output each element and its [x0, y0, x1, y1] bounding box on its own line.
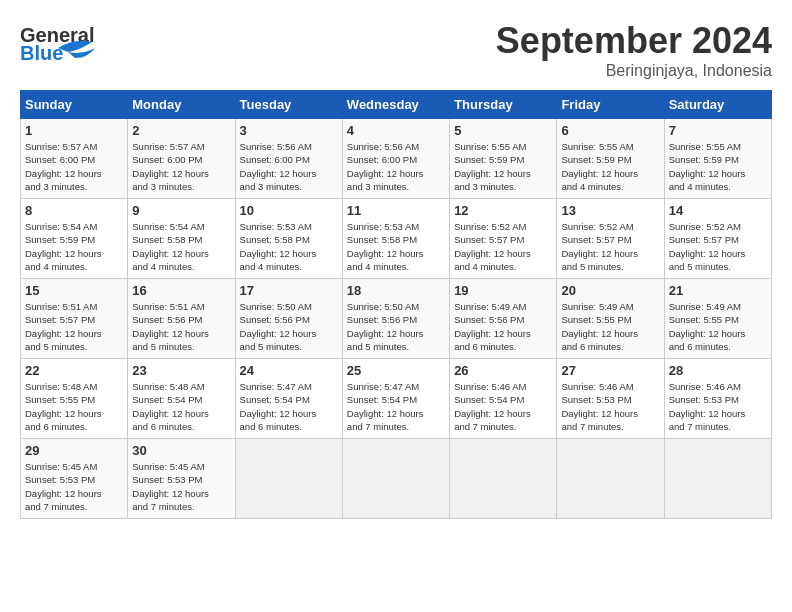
calendar-cell: 19Sunrise: 5:49 AM Sunset: 5:56 PM Dayli…	[450, 279, 557, 359]
day-number: 30	[132, 443, 230, 458]
calendar-cell: 15Sunrise: 5:51 AM Sunset: 5:57 PM Dayli…	[21, 279, 128, 359]
location-title: Beringinjaya, Indonesia	[496, 62, 772, 80]
calendar-cell	[342, 439, 449, 519]
day-number: 8	[25, 203, 123, 218]
day-info: Sunrise: 5:57 AM Sunset: 6:00 PM Dayligh…	[132, 140, 230, 193]
day-info: Sunrise: 5:53 AM Sunset: 5:58 PM Dayligh…	[240, 220, 338, 273]
calendar-cell: 9Sunrise: 5:54 AM Sunset: 5:58 PM Daylig…	[128, 199, 235, 279]
day-info: Sunrise: 5:55 AM Sunset: 5:59 PM Dayligh…	[561, 140, 659, 193]
day-info: Sunrise: 5:50 AM Sunset: 5:56 PM Dayligh…	[347, 300, 445, 353]
day-number: 11	[347, 203, 445, 218]
calendar-cell: 23Sunrise: 5:48 AM Sunset: 5:54 PM Dayli…	[128, 359, 235, 439]
day-info: Sunrise: 5:55 AM Sunset: 5:59 PM Dayligh…	[454, 140, 552, 193]
calendar-cell: 17Sunrise: 5:50 AM Sunset: 5:56 PM Dayli…	[235, 279, 342, 359]
week-row-3: 15Sunrise: 5:51 AM Sunset: 5:57 PM Dayli…	[21, 279, 772, 359]
header-cell-saturday: Saturday	[664, 91, 771, 119]
day-number: 29	[25, 443, 123, 458]
calendar-cell: 1Sunrise: 5:57 AM Sunset: 6:00 PM Daylig…	[21, 119, 128, 199]
day-info: Sunrise: 5:45 AM Sunset: 5:53 PM Dayligh…	[25, 460, 123, 513]
calendar-cell: 30Sunrise: 5:45 AM Sunset: 5:53 PM Dayli…	[128, 439, 235, 519]
day-info: Sunrise: 5:45 AM Sunset: 5:53 PM Dayligh…	[132, 460, 230, 513]
day-info: Sunrise: 5:49 AM Sunset: 5:55 PM Dayligh…	[669, 300, 767, 353]
day-info: Sunrise: 5:46 AM Sunset: 5:53 PM Dayligh…	[561, 380, 659, 433]
week-row-4: 22Sunrise: 5:48 AM Sunset: 5:55 PM Dayli…	[21, 359, 772, 439]
logo-svg: General Blue	[20, 20, 110, 65]
day-number: 17	[240, 283, 338, 298]
week-row-1: 1Sunrise: 5:57 AM Sunset: 6:00 PM Daylig…	[21, 119, 772, 199]
day-number: 27	[561, 363, 659, 378]
day-number: 7	[669, 123, 767, 138]
header-cell-monday: Monday	[128, 91, 235, 119]
calendar-cell	[450, 439, 557, 519]
day-info: Sunrise: 5:55 AM Sunset: 5:59 PM Dayligh…	[669, 140, 767, 193]
day-info: Sunrise: 5:52 AM Sunset: 5:57 PM Dayligh…	[454, 220, 552, 273]
calendar-table: SundayMondayTuesdayWednesdayThursdayFrid…	[20, 90, 772, 519]
day-number: 2	[132, 123, 230, 138]
day-number: 13	[561, 203, 659, 218]
day-number: 23	[132, 363, 230, 378]
day-info: Sunrise: 5:54 AM Sunset: 5:59 PM Dayligh…	[25, 220, 123, 273]
calendar-cell: 12Sunrise: 5:52 AM Sunset: 5:57 PM Dayli…	[450, 199, 557, 279]
day-number: 19	[454, 283, 552, 298]
calendar-cell: 3Sunrise: 5:56 AM Sunset: 6:00 PM Daylig…	[235, 119, 342, 199]
day-number: 22	[25, 363, 123, 378]
day-info: Sunrise: 5:52 AM Sunset: 5:57 PM Dayligh…	[561, 220, 659, 273]
day-info: Sunrise: 5:46 AM Sunset: 5:53 PM Dayligh…	[669, 380, 767, 433]
calendar-cell: 28Sunrise: 5:46 AM Sunset: 5:53 PM Dayli…	[664, 359, 771, 439]
calendar-cell: 6Sunrise: 5:55 AM Sunset: 5:59 PM Daylig…	[557, 119, 664, 199]
title-section: September 2024 Beringinjaya, Indonesia	[496, 20, 772, 80]
day-info: Sunrise: 5:47 AM Sunset: 5:54 PM Dayligh…	[240, 380, 338, 433]
day-number: 3	[240, 123, 338, 138]
day-info: Sunrise: 5:53 AM Sunset: 5:58 PM Dayligh…	[347, 220, 445, 273]
day-info: Sunrise: 5:46 AM Sunset: 5:54 PM Dayligh…	[454, 380, 552, 433]
calendar-cell: 27Sunrise: 5:46 AM Sunset: 5:53 PM Dayli…	[557, 359, 664, 439]
calendar-cell: 7Sunrise: 5:55 AM Sunset: 5:59 PM Daylig…	[664, 119, 771, 199]
week-row-2: 8Sunrise: 5:54 AM Sunset: 5:59 PM Daylig…	[21, 199, 772, 279]
day-info: Sunrise: 5:47 AM Sunset: 5:54 PM Dayligh…	[347, 380, 445, 433]
calendar-cell	[235, 439, 342, 519]
day-info: Sunrise: 5:50 AM Sunset: 5:56 PM Dayligh…	[240, 300, 338, 353]
week-row-5: 29Sunrise: 5:45 AM Sunset: 5:53 PM Dayli…	[21, 439, 772, 519]
day-info: Sunrise: 5:49 AM Sunset: 5:55 PM Dayligh…	[561, 300, 659, 353]
day-info: Sunrise: 5:54 AM Sunset: 5:58 PM Dayligh…	[132, 220, 230, 273]
day-info: Sunrise: 5:57 AM Sunset: 6:00 PM Dayligh…	[25, 140, 123, 193]
day-number: 12	[454, 203, 552, 218]
calendar-cell: 11Sunrise: 5:53 AM Sunset: 5:58 PM Dayli…	[342, 199, 449, 279]
day-number: 15	[25, 283, 123, 298]
day-number: 21	[669, 283, 767, 298]
calendar-cell: 21Sunrise: 5:49 AM Sunset: 5:55 PM Dayli…	[664, 279, 771, 359]
calendar-cell: 29Sunrise: 5:45 AM Sunset: 5:53 PM Dayli…	[21, 439, 128, 519]
calendar-cell	[664, 439, 771, 519]
svg-text:Blue: Blue	[20, 42, 63, 64]
calendar-cell: 4Sunrise: 5:56 AM Sunset: 6:00 PM Daylig…	[342, 119, 449, 199]
day-number: 14	[669, 203, 767, 218]
calendar-cell: 20Sunrise: 5:49 AM Sunset: 5:55 PM Dayli…	[557, 279, 664, 359]
day-number: 5	[454, 123, 552, 138]
day-number: 4	[347, 123, 445, 138]
calendar-cell: 14Sunrise: 5:52 AM Sunset: 5:57 PM Dayli…	[664, 199, 771, 279]
calendar-cell	[557, 439, 664, 519]
day-info: Sunrise: 5:51 AM Sunset: 5:56 PM Dayligh…	[132, 300, 230, 353]
calendar-cell: 13Sunrise: 5:52 AM Sunset: 5:57 PM Dayli…	[557, 199, 664, 279]
day-number: 10	[240, 203, 338, 218]
header-cell-sunday: Sunday	[21, 91, 128, 119]
month-title: September 2024	[496, 20, 772, 62]
header-cell-tuesday: Tuesday	[235, 91, 342, 119]
header-cell-wednesday: Wednesday	[342, 91, 449, 119]
day-number: 1	[25, 123, 123, 138]
day-number: 24	[240, 363, 338, 378]
calendar-cell: 24Sunrise: 5:47 AM Sunset: 5:54 PM Dayli…	[235, 359, 342, 439]
logo: General Blue	[20, 20, 110, 65]
day-info: Sunrise: 5:52 AM Sunset: 5:57 PM Dayligh…	[669, 220, 767, 273]
day-number: 16	[132, 283, 230, 298]
calendar-cell: 8Sunrise: 5:54 AM Sunset: 5:59 PM Daylig…	[21, 199, 128, 279]
day-number: 26	[454, 363, 552, 378]
day-info: Sunrise: 5:56 AM Sunset: 6:00 PM Dayligh…	[347, 140, 445, 193]
calendar-cell: 18Sunrise: 5:50 AM Sunset: 5:56 PM Dayli…	[342, 279, 449, 359]
calendar-cell: 5Sunrise: 5:55 AM Sunset: 5:59 PM Daylig…	[450, 119, 557, 199]
calendar-cell: 26Sunrise: 5:46 AM Sunset: 5:54 PM Dayli…	[450, 359, 557, 439]
header-cell-thursday: Thursday	[450, 91, 557, 119]
day-info: Sunrise: 5:51 AM Sunset: 5:57 PM Dayligh…	[25, 300, 123, 353]
day-number: 18	[347, 283, 445, 298]
calendar-cell: 25Sunrise: 5:47 AM Sunset: 5:54 PM Dayli…	[342, 359, 449, 439]
